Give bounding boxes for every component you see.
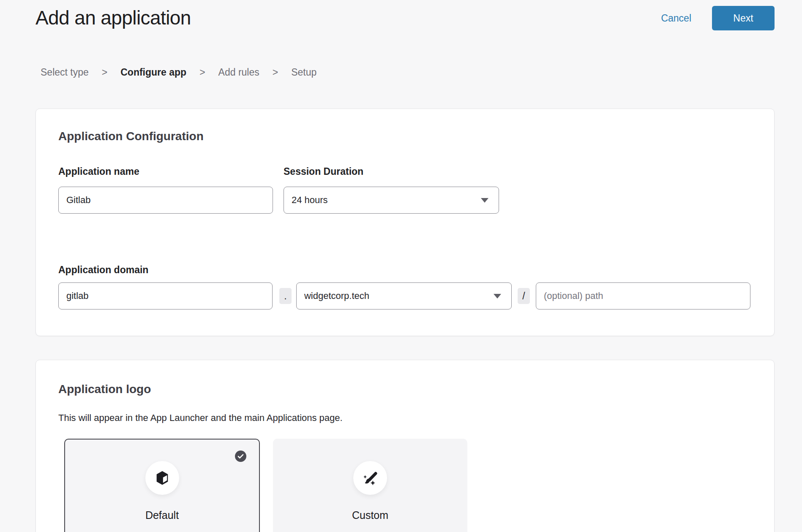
- breadcrumb-separator: >: [273, 67, 278, 78]
- application-logo-description: This will appear in the App Launcher and…: [58, 412, 750, 423]
- check-circle-icon: [235, 451, 246, 462]
- subdomain-input[interactable]: [58, 282, 273, 309]
- breadcrumb: Select type > Configure app > Add rules …: [35, 67, 775, 78]
- cancel-button[interactable]: Cancel: [661, 13, 691, 24]
- domain-select-value: widgetcorp.tech: [304, 290, 369, 301]
- breadcrumb-step-setup[interactable]: Setup: [291, 67, 316, 78]
- breadcrumb-separator: >: [199, 67, 205, 78]
- session-duration-label: Session Duration: [284, 166, 499, 177]
- add-application-page: Add an application Cancel Next Select ty…: [35, 0, 775, 532]
- header-actions: Cancel Next: [661, 6, 775, 30]
- application-configuration-card: Application Configuration Application na…: [35, 109, 775, 336]
- logo-option-custom[interactable]: Custom: [273, 439, 467, 532]
- page-title: Add an application: [35, 6, 191, 30]
- application-domain-row: . widgetcorp.tech /: [58, 282, 750, 309]
- name-session-row: Application name Session Duration 24 hou…: [58, 166, 750, 214]
- next-button[interactable]: Next: [712, 6, 775, 30]
- application-domain-field: Application domain . widgetcorp.tech /: [58, 264, 750, 309]
- paintbrush-icon: [353, 461, 387, 495]
- page-header: Add an application Cancel Next: [35, 0, 775, 30]
- application-name-label: Application name: [58, 166, 273, 177]
- logo-option-label: Default: [65, 509, 259, 521]
- slash-separator: /: [518, 288, 530, 304]
- application-name-field: Application name: [58, 166, 273, 214]
- path-input[interactable]: [536, 282, 750, 309]
- application-domain-label: Application domain: [58, 264, 750, 276]
- breadcrumb-step-select-type[interactable]: Select type: [41, 67, 89, 78]
- session-duration-select[interactable]: 24 hours: [284, 187, 499, 214]
- application-configuration-title: Application Configuration: [58, 129, 750, 143]
- breadcrumb-separator: >: [102, 67, 107, 78]
- application-name-input[interactable]: [58, 187, 273, 214]
- session-duration-field: Session Duration 24 hours: [284, 166, 499, 214]
- logo-option-default[interactable]: Default: [64, 439, 260, 532]
- dot-separator: .: [279, 288, 292, 304]
- logo-options: Default Custom: [64, 439, 750, 532]
- breadcrumb-step-configure-app[interactable]: Configure app: [120, 67, 186, 78]
- cube-icon: [145, 461, 179, 495]
- caret-down-icon: [481, 198, 488, 203]
- caret-down-icon: [494, 294, 501, 299]
- session-duration-value: 24 hours: [292, 195, 328, 206]
- logo-option-label: Custom: [273, 509, 467, 521]
- domain-select[interactable]: widgetcorp.tech: [296, 282, 512, 309]
- application-logo-title: Application logo: [58, 382, 750, 396]
- application-logo-card: Application logo This will appear in the…: [35, 360, 775, 532]
- breadcrumb-step-add-rules[interactable]: Add rules: [218, 67, 259, 78]
